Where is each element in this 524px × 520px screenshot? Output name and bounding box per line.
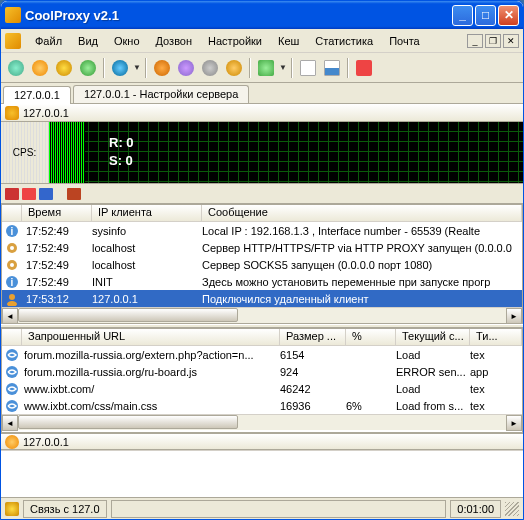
- separator: [347, 58, 349, 78]
- dropdown-arrow-icon[interactable]: ▼: [279, 63, 287, 72]
- tb-stop-icon[interactable]: [353, 57, 375, 79]
- cell-type: tex: [470, 349, 522, 361]
- log-row[interactable]: 17:53:12127.0.0.1Подключился удаленный к…: [2, 290, 522, 307]
- tb-dialup-icon[interactable]: [53, 57, 75, 79]
- scroll-thumb[interactable]: [18, 415, 238, 429]
- log-col-msg[interactable]: Сообщение: [202, 205, 522, 221]
- scroll-left-icon[interactable]: ◄: [2, 308, 18, 324]
- url-row[interactable]: www.ixbt.com/46242Loadtex: [2, 380, 522, 397]
- url-col-icon[interactable]: [2, 329, 22, 345]
- url-col-size[interactable]: Размер ...: [280, 329, 346, 345]
- users-icon: [5, 435, 19, 449]
- mdi-close-button[interactable]: ✕: [503, 34, 519, 48]
- cell-status: Load from s...: [396, 400, 470, 412]
- log-listview[interactable]: Время IP клиента Сообщение i17:52:49sysi…: [1, 204, 523, 324]
- toolbar: ▼ ▼: [1, 53, 523, 83]
- scroll-thumb[interactable]: [18, 308, 238, 322]
- log-row[interactable]: 17:52:49localhostСервер HTTP/HTTPS/FTP v…: [2, 239, 522, 256]
- log-col-ip[interactable]: IP клиента: [92, 205, 202, 221]
- ie-icon: [4, 347, 20, 363]
- row-icon: i: [4, 223, 20, 239]
- url-body: forum.mozilla-russia.org/extern.php?acti…: [2, 346, 522, 414]
- cell-ip: sysinfo: [92, 225, 202, 237]
- log-scrollbar[interactable]: ◄ ►: [2, 307, 522, 323]
- menu-settings[interactable]: Настройки: [200, 33, 270, 49]
- url-col-type[interactable]: Ти...: [470, 329, 522, 345]
- url-col-pct[interactable]: %: [346, 329, 396, 345]
- cell-time: 17:52:49: [22, 242, 92, 254]
- log-row[interactable]: i17:52:49INITЗдесь можно установить пере…: [2, 273, 522, 290]
- window-title: CoolProxy v2.1: [25, 8, 452, 23]
- tb-users-icon[interactable]: [29, 57, 51, 79]
- cell-status: Load: [396, 383, 470, 395]
- panel-title: 127.0.0.1: [23, 107, 69, 119]
- tb-tool4-icon[interactable]: [223, 57, 245, 79]
- dropdown-arrow-icon[interactable]: ▼: [133, 63, 141, 72]
- menu-file[interactable]: Файл: [27, 33, 70, 49]
- filter-strip: [1, 184, 523, 204]
- log-col-time[interactable]: Время: [22, 205, 92, 221]
- tb-table-icon[interactable]: [321, 57, 343, 79]
- ie-icon: [4, 381, 20, 397]
- scroll-left-icon[interactable]: ◄: [2, 415, 18, 431]
- log-row[interactable]: i17:52:49sysinfoLocal IP : 192.168.1.3 ,…: [2, 222, 522, 239]
- mdi-minimize-button[interactable]: _: [467, 34, 483, 48]
- minimize-button[interactable]: _: [452, 5, 473, 26]
- url-listview[interactable]: Запрошенный URL Размер ... % Текущий с..…: [1, 328, 523, 433]
- tb-refresh-icon[interactable]: [77, 57, 99, 79]
- scroll-right-icon[interactable]: ►: [506, 308, 522, 324]
- separator: [145, 58, 147, 78]
- menu-mail[interactable]: Почта: [381, 33, 428, 49]
- row-icon: [4, 257, 20, 273]
- menu-cache[interactable]: Кеш: [270, 33, 307, 49]
- tb-tool3-icon[interactable]: [199, 57, 221, 79]
- tb-page-icon[interactable]: [297, 57, 319, 79]
- graph-recv-value: R: 0: [109, 134, 134, 152]
- cell-type: app: [470, 366, 522, 378]
- separator: [249, 58, 251, 78]
- menu-window[interactable]: Окно: [106, 33, 148, 49]
- mdi-restore-button[interactable]: ❐: [485, 34, 501, 48]
- flag-red2-icon[interactable]: [22, 188, 36, 200]
- url-row[interactable]: forum.mozilla-russia.org/extern.php?acti…: [2, 346, 522, 363]
- cell-url: www.ixbt.com/: [22, 383, 280, 395]
- url-col-url[interactable]: Запрошенный URL: [22, 329, 280, 345]
- tab-connection[interactable]: 127.0.0.1: [3, 86, 71, 104]
- maximize-button[interactable]: □: [475, 5, 496, 26]
- url-scrollbar[interactable]: ◄ ►: [2, 414, 522, 430]
- cell-ip: INIT: [92, 276, 202, 288]
- url-row[interactable]: www.ixbt.com/css/main.css169366%Load fro…: [2, 397, 522, 414]
- cell-time: 17:53:12: [22, 293, 92, 305]
- url-row[interactable]: forum.mozilla-russia.org/ru-board.js924E…: [2, 363, 522, 380]
- close-button[interactable]: ✕: [498, 5, 519, 26]
- cell-time: 17:52:49: [22, 259, 92, 271]
- tab-server-settings[interactable]: 127.0.0.1 - Настройки сервера: [73, 85, 249, 103]
- menu-stats[interactable]: Статистика: [307, 33, 381, 49]
- tb-globe-icon[interactable]: [109, 57, 131, 79]
- menu-app-icon: [5, 33, 21, 49]
- cell-ip: localhost: [92, 259, 202, 271]
- panel2-title: 127.0.0.1: [23, 436, 69, 448]
- log-col-icon[interactable]: [2, 205, 22, 221]
- tb-tool1-icon[interactable]: [151, 57, 173, 79]
- menu-dialup[interactable]: Дозвон: [148, 33, 201, 49]
- flag-brown-icon[interactable]: [67, 188, 81, 200]
- cell-msg: Local IP : 192.168.1.3 , Interface numbe…: [202, 225, 522, 237]
- cell-url: forum.mozilla-russia.org/extern.php?acti…: [22, 349, 280, 361]
- tb-disk-icon[interactable]: [255, 57, 277, 79]
- menu-view[interactable]: Вид: [70, 33, 106, 49]
- url-col-status[interactable]: Текущий с...: [396, 329, 470, 345]
- tb-connections-icon[interactable]: [5, 57, 27, 79]
- svg-point-3: [10, 246, 14, 250]
- flag-blue-icon[interactable]: [39, 188, 53, 200]
- titlebar[interactable]: CoolProxy v2.1 _ □ ✕: [1, 1, 523, 29]
- resize-grip-icon[interactable]: [505, 502, 519, 516]
- scroll-right-icon[interactable]: ►: [506, 415, 522, 431]
- tb-tool2-icon[interactable]: [175, 57, 197, 79]
- cell-time: 17:52:49: [22, 276, 92, 288]
- status-icon: [5, 502, 19, 516]
- flag-red-icon[interactable]: [5, 188, 19, 200]
- cell-ip: 127.0.0.1: [92, 293, 202, 305]
- log-row[interactable]: 17:52:49localhostСервер SOCKS5 запущен (…: [2, 256, 522, 273]
- graph-send-value: S: 0: [109, 152, 134, 170]
